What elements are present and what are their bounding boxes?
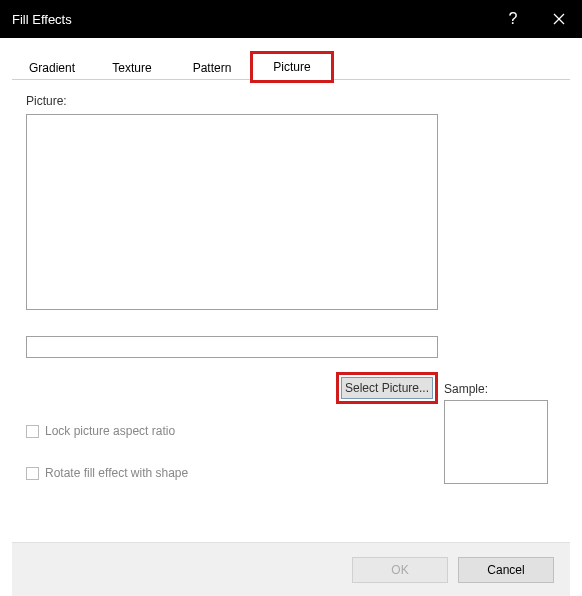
dialog-body: Gradient Texture Pattern Picture Picture… xyxy=(0,38,582,596)
tab-texture[interactable]: Texture xyxy=(92,53,172,81)
tab-bar: Gradient Texture Pattern Picture xyxy=(12,52,570,80)
tab-content-picture: Picture: Select Picture... Lock picture … xyxy=(12,80,570,542)
ok-button[interactable]: OK xyxy=(352,557,448,583)
help-icon: ? xyxy=(509,10,518,28)
tab-picture[interactable]: Picture xyxy=(252,53,332,81)
ok-label: OK xyxy=(391,563,408,577)
rotate-checkbox[interactable] xyxy=(26,467,39,480)
picture-path-field xyxy=(26,336,438,358)
cancel-button[interactable]: Cancel xyxy=(458,557,554,583)
rotate-label: Rotate fill effect with shape xyxy=(45,466,188,480)
select-picture-row: Select Picture... xyxy=(26,372,438,404)
select-picture-button[interactable]: Select Picture... xyxy=(341,377,433,399)
dialog-footer: OK Cancel xyxy=(12,542,570,596)
tab-pattern[interactable]: Pattern xyxy=(172,53,252,81)
lock-aspect-label: Lock picture aspect ratio xyxy=(45,424,175,438)
sample-preview xyxy=(444,400,548,484)
titlebar: Fill Effects ? xyxy=(0,0,582,38)
sample-label: Sample: xyxy=(444,382,548,396)
picture-preview xyxy=(26,114,438,310)
lock-aspect-checkbox[interactable] xyxy=(26,425,39,438)
tab-gradient[interactable]: Gradient xyxy=(12,53,92,81)
picture-label: Picture: xyxy=(26,94,556,108)
rotate-row[interactable]: Rotate fill effect with shape xyxy=(26,466,188,480)
select-picture-highlight: Select Picture... xyxy=(336,372,438,404)
close-button[interactable] xyxy=(536,0,582,38)
cancel-label: Cancel xyxy=(487,563,524,577)
select-picture-label: Select Picture... xyxy=(345,381,429,395)
fill-effects-dialog: Fill Effects ? Gradient Texture Pattern … xyxy=(0,0,582,596)
help-button[interactable]: ? xyxy=(490,0,536,38)
titlebar-title: Fill Effects xyxy=(12,12,490,27)
sample-area: Sample: xyxy=(444,382,548,484)
close-icon xyxy=(553,13,565,25)
